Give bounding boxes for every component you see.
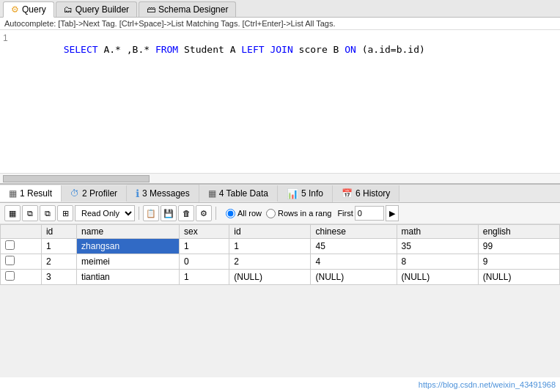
tab-query-builder-label: Query Builder — [75, 4, 129, 15]
next-button[interactable]: ▶ — [386, 205, 399, 221]
schema-designer-icon: 🗃 — [147, 4, 155, 15]
bottom-tab-history[interactable]: 📅 6 History — [333, 185, 399, 201]
toolbar-separator-2 — [215, 207, 216, 220]
save-icon: 💾 — [163, 209, 174, 218]
results-toolbar: ▦ ⧉ ⧉ ⊞ Read Only Edit 📋 💾 🗑 ⚙ — [0, 203, 560, 224]
table-cell: 1 — [41, 239, 76, 254]
col-header-math[interactable]: math — [397, 225, 478, 239]
bottom-tab-info-label: 5 Info — [301, 188, 323, 199]
table-header-row: id name sex id chinese math english — [1, 225, 560, 239]
table-cell: zhangsan — [77, 239, 180, 254]
table-cell: tiantian — [77, 270, 180, 285]
editor-horizontal-scrollbar[interactable] — [0, 173, 560, 183]
table-cell: 35 — [397, 239, 478, 254]
query-builder-icon: 🗂 — [64, 4, 73, 15]
table-cell: (NULL) — [478, 270, 559, 285]
row-checkbox[interactable] — [5, 271, 15, 281]
line-number-1: 1 — [3, 33, 18, 43]
delete-button[interactable]: 🗑 — [178, 205, 194, 221]
bottom-tab-table-data[interactable]: ▦ 4 Table Data — [199, 185, 278, 201]
table-cell: (NULL) — [311, 270, 397, 285]
bottom-tab-profiler-label: 2 Profiler — [82, 188, 117, 199]
tab-schema-designer-label: Schema Designer — [158, 4, 228, 15]
query-editor[interactable]: 1 SELECT A.* ,B.* FROM Student A LEFT JO… — [0, 30, 560, 184]
first-input[interactable] — [355, 206, 384, 221]
watermark: https://blog.csdn.net/weixin_43491968 — [0, 377, 560, 392]
copy3-icon: ⊞ — [62, 209, 69, 218]
rows-in-range-label[interactable]: Rows in a rang — [266, 209, 331, 218]
settings-button[interactable]: ⚙ — [196, 205, 212, 221]
bottom-tab-messages[interactable]: ℹ 3 Messages — [127, 185, 199, 202]
table-row[interactable]: 1zhangsan11453599 — [1, 239, 560, 254]
editor-line-1: 1 SELECT A.* ,B.* FROM Student A LEFT JO… — [0, 33, 560, 66]
table-cell: 0 — [180, 254, 229, 270]
table-row[interactable]: 2meimei02489 — [1, 254, 560, 270]
copy3-button[interactable]: ⊞ — [57, 205, 73, 221]
col-header-sex[interactable]: sex — [180, 225, 229, 239]
all-row-label[interactable]: All row — [226, 209, 262, 218]
row-checkbox[interactable] — [5, 240, 15, 250]
col-header-id2[interactable]: id — [229, 225, 311, 239]
delete-icon: 🗑 — [183, 209, 191, 218]
table-data-icon: ▦ — [208, 188, 216, 199]
table-cell: 1 — [229, 239, 311, 254]
bottom-tab-messages-label: 3 Messages — [142, 188, 190, 199]
export-button[interactable]: ▦ — [4, 205, 21, 221]
export-icon: ▦ — [9, 209, 16, 218]
bottom-tab-history-label: 6 History — [355, 188, 390, 199]
table-cell: 1 — [180, 239, 229, 254]
info-icon: 📊 — [287, 188, 298, 199]
history-icon: 📅 — [342, 188, 353, 199]
copy2-button[interactable]: ⧉ — [40, 205, 56, 221]
profiler-icon: ⏱ — [70, 188, 79, 199]
paste-icon: 📋 — [146, 209, 156, 218]
row-checkbox-cell — [1, 254, 42, 270]
table-cell: 45 — [311, 239, 397, 254]
tab-query-builder[interactable]: 🗂 Query Builder — [56, 1, 137, 17]
bottom-tab-bar: ▦ 1 Result ⏱ 2 Profiler ℹ 3 Messages ▦ 4… — [0, 184, 560, 203]
copy-button[interactable]: ⧉ — [22, 205, 38, 221]
row-checkbox-cell — [1, 270, 42, 285]
table-cell: 2 — [41, 254, 76, 270]
sql-code: SELECT A.* ,B.* FROM Student A LEFT JOIN… — [18, 33, 425, 66]
table-cell: meimei — [77, 254, 180, 270]
table-cell: 1 — [180, 270, 229, 285]
mode-select[interactable]: Read Only Edit — [75, 205, 135, 221]
bottom-tab-profiler[interactable]: ⏱ 2 Profiler — [62, 185, 127, 201]
results-table-wrapper: id name sex id chinese math english 1zha… — [0, 224, 560, 377]
row-checkbox[interactable] — [5, 256, 15, 265]
toolbar-separator — [139, 207, 139, 220]
table-cell: (NULL) — [229, 270, 311, 285]
col-header-checkbox — [1, 225, 42, 239]
copy-icon: ⧉ — [27, 209, 33, 218]
table-cell: 4 — [311, 254, 397, 270]
col-header-chinese[interactable]: chinese — [311, 225, 397, 239]
col-header-id1[interactable]: id — [41, 225, 76, 239]
result-icon: ▦ — [9, 188, 17, 199]
bottom-tab-result-label: 1 Result — [20, 188, 52, 199]
bottom-tab-table-data-label: 4 Table Data — [219, 188, 268, 199]
paste-button[interactable]: 📋 — [143, 205, 159, 221]
col-header-english[interactable]: english — [478, 225, 559, 239]
all-row-radio[interactable] — [226, 209, 235, 218]
tab-query[interactable]: ⚙ Query — [3, 1, 54, 18]
tab-schema-designer[interactable]: 🗃 Schema Designer — [139, 1, 236, 17]
top-tab-bar: ⚙ Query 🗂 Query Builder 🗃 Schema Designe… — [0, 0, 560, 18]
table-cell: 8 — [397, 254, 478, 270]
table-cell: 99 — [478, 239, 559, 254]
save-button[interactable]: 💾 — [161, 205, 177, 221]
rows-in-range-radio[interactable] — [266, 209, 276, 218]
table-cell: (NULL) — [397, 270, 478, 285]
table-cell: 2 — [229, 254, 311, 270]
table-row[interactable]: 3tiantian1(NULL)(NULL)(NULL)(NULL) — [1, 270, 560, 285]
next-icon: ▶ — [389, 209, 395, 218]
bottom-tab-result[interactable]: ▦ 1 Result — [0, 185, 62, 201]
query-icon: ⚙ — [11, 4, 19, 15]
results-table: id name sex id chinese math english 1zha… — [0, 224, 560, 285]
col-header-name[interactable]: name — [77, 225, 180, 239]
bottom-tab-info[interactable]: 📊 5 Info — [278, 185, 333, 202]
scrollbar-thumb[interactable] — [3, 175, 150, 182]
first-label: First — [337, 209, 353, 218]
tab-query-label: Query — [22, 4, 46, 15]
table-cell: 9 — [478, 254, 559, 270]
